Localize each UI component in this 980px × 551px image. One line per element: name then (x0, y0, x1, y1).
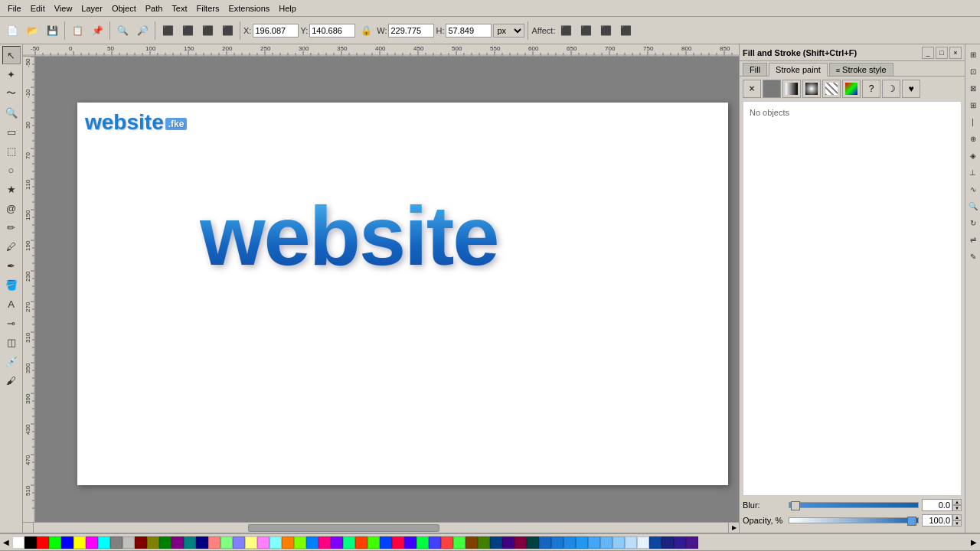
color-swatch[interactable] (355, 536, 368, 549)
color-swatch[interactable] (466, 536, 478, 549)
color-swatch[interactable] (686, 536, 698, 549)
unit-select[interactable]: px mm cm in (493, 24, 524, 37)
color-swatch[interactable] (368, 536, 380, 549)
y-input[interactable] (309, 24, 355, 37)
tool-pencil[interactable]: ✏ (2, 218, 21, 236)
color-swatch[interactable] (220, 536, 233, 549)
tool-ellipse[interactable]: ○ (2, 161, 21, 179)
palette-scroll-right[interactable]: ▶ (968, 534, 980, 551)
menu-path[interactable]: Path (141, 2, 168, 15)
lock-proportions-btn[interactable]: 🔒 (357, 21, 375, 40)
color-swatch[interactable] (12, 536, 24, 549)
paint-unset-btn[interactable]: ☽ (882, 80, 900, 98)
blur-slider-track[interactable] (789, 502, 919, 508)
color-swatch[interactable] (600, 536, 612, 549)
color-swatch[interactable] (625, 536, 637, 549)
color-swatch[interactable] (37, 536, 49, 549)
snap-perp-icon[interactable]: ⊥ (966, 164, 980, 181)
blur-spin-up[interactable]: ▲ (952, 499, 962, 505)
color-swatch[interactable] (637, 536, 649, 549)
color-swatch[interactable] (184, 536, 196, 549)
color-swatch[interactable] (429, 536, 441, 549)
color-swatch[interactable] (527, 536, 539, 549)
mirror-icon[interactable]: ⇌ (966, 231, 980, 248)
color-swatch[interactable] (539, 536, 551, 549)
color-swatch[interactable] (306, 536, 318, 549)
paint-radial-btn[interactable] (802, 80, 821, 98)
tool-select[interactable]: ↖ (2, 46, 21, 64)
tool-pen[interactable]: 🖊 (2, 237, 21, 256)
blur-slider-thumb[interactable] (791, 501, 800, 510)
color-swatch[interactable] (588, 536, 600, 549)
color-swatch[interactable] (318, 536, 331, 549)
toolbar-copy[interactable]: 📋 (68, 21, 87, 40)
tool-gradient[interactable]: ◫ (2, 333, 21, 351)
tool-star[interactable]: ★ (2, 180, 21, 198)
color-swatch[interactable] (392, 536, 404, 549)
palette-scroll-left[interactable]: ◀ (0, 534, 12, 551)
tool-calligraphy[interactable]: ✒ (2, 256, 21, 275)
tool-spraypaint[interactable]: 🖌 (2, 371, 21, 390)
toolbar-zoom-out[interactable]: 🔎 (133, 21, 152, 40)
color-swatch[interactable] (282, 536, 294, 549)
color-swatch[interactable] (245, 536, 257, 549)
menu-text[interactable]: Text (167, 2, 191, 15)
color-swatch[interactable] (478, 536, 490, 549)
toolbar-new[interactable]: 📄 (3, 21, 21, 40)
menu-file[interactable]: File (3, 2, 26, 15)
edit-icon[interactable]: ✎ (966, 248, 980, 265)
w-input[interactable] (388, 24, 434, 37)
paint-linear-btn[interactable] (782, 80, 801, 98)
blur-value-input[interactable] (922, 499, 952, 511)
menu-layer[interactable]: Layer (77, 2, 107, 15)
color-swatch[interactable] (98, 536, 110, 549)
tool-eyedropper[interactable]: 💉 (2, 352, 21, 370)
color-swatch[interactable] (380, 536, 392, 549)
color-swatch[interactable] (110, 536, 122, 549)
color-swatch[interactable] (674, 536, 686, 549)
color-swatch[interactable] (135, 536, 147, 549)
toolbar-save[interactable]: 💾 (43, 21, 61, 40)
rotate-icon[interactable]: ↻ (966, 214, 980, 231)
affect-btn2[interactable]: ⬛ (577, 21, 595, 40)
tool-node[interactable]: ✦ (2, 65, 21, 83)
tool-tweak[interactable]: 〜 (2, 84, 21, 103)
color-swatch[interactable] (502, 536, 514, 549)
snap-bbox-icon[interactable]: ⊠ (966, 80, 980, 96)
tab-stroke-style[interactable]: ≡ Stroke style (829, 63, 893, 76)
color-swatch[interactable] (404, 536, 416, 549)
color-swatch[interactable] (122, 536, 135, 549)
snap-grid-icon[interactable]: ⊞ (966, 96, 980, 113)
opacity-spin-down[interactable]: ▼ (952, 520, 962, 527)
tool-rect[interactable]: ▭ (2, 122, 21, 141)
color-swatch[interactable] (61, 536, 74, 549)
color-swatch[interactable] (208, 536, 220, 549)
color-swatch[interactable] (343, 536, 355, 549)
affect-btn3[interactable]: ⬛ (596, 21, 615, 40)
toolbar-align-r[interactable]: ⬛ (198, 21, 217, 40)
paint-flat-btn[interactable] (763, 80, 781, 98)
color-swatch[interactable] (612, 536, 625, 549)
toolbar-align-c[interactable]: ⬛ (178, 21, 197, 40)
paint-swatch-btn[interactable] (842, 80, 861, 98)
color-swatch[interactable] (453, 536, 466, 549)
affect-btn1[interactable]: ⬛ (557, 21, 575, 40)
tab-stroke-paint[interactable]: Stroke paint (769, 63, 828, 77)
snap-guide-icon[interactable]: | (966, 113, 980, 130)
color-swatch[interactable] (551, 536, 564, 549)
color-swatch[interactable] (74, 536, 86, 549)
menu-extensions[interactable]: Extensions (224, 2, 274, 15)
color-swatch[interactable] (159, 536, 172, 549)
color-swatch[interactable] (514, 536, 527, 549)
paint-none-btn[interactable]: × (743, 80, 761, 98)
paint-unknown-btn[interactable]: ? (862, 80, 880, 98)
panel-minimize-btn[interactable]: _ (922, 47, 934, 59)
tool-text[interactable]: A (2, 295, 21, 313)
tool-zoom[interactable]: 🔍 (2, 103, 21, 122)
menu-object[interactable]: Object (107, 2, 141, 15)
tab-fill[interactable]: Fill (743, 63, 767, 76)
affect-btn4[interactable]: ⬛ (616, 21, 635, 40)
snap-nodes-icon[interactable]: ⊡ (966, 63, 980, 80)
opacity-value-input[interactable] (922, 514, 952, 527)
menu-view[interactable]: View (50, 2, 77, 15)
